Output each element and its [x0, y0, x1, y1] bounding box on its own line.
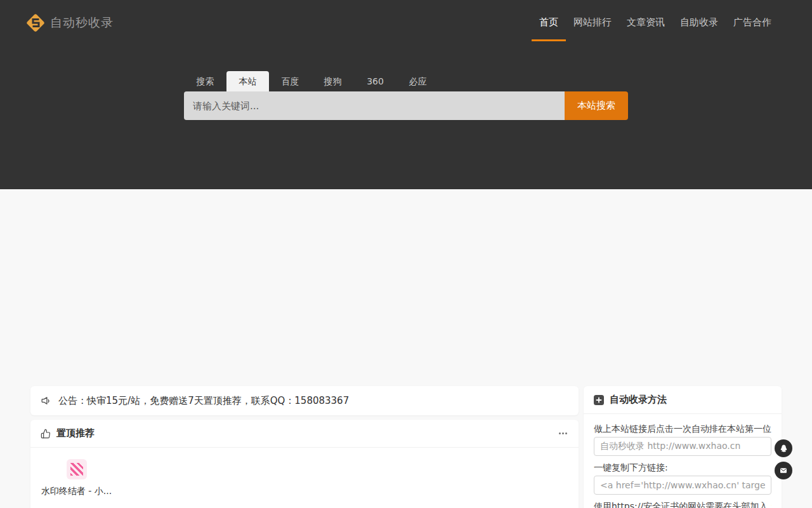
- auto-include-title: 自动收录方法: [610, 394, 667, 406]
- auto-include-instruction-3: 使用https://安全证书的网站需要在头部加入：: [594, 500, 771, 508]
- more-menu-icon[interactable]: [558, 429, 568, 438]
- search-tab-sogou[interactable]: 搜狗: [311, 71, 354, 91]
- plus-square-icon: [594, 395, 604, 405]
- site-link-input[interactable]: [594, 437, 771, 456]
- auto-include-instruction-2: 一键复制下方链接:: [594, 461, 771, 474]
- mail-icon: [778, 465, 789, 476]
- megaphone-icon: [41, 396, 51, 406]
- main-nav: 首页 网站排行 文章资讯 自助收录 广告合作: [532, 0, 779, 46]
- brand-logo-icon: [25, 13, 46, 33]
- nav-item-site-ranking[interactable]: 网站排行: [566, 13, 619, 46]
- search-tab-baidu[interactable]: 百度: [269, 71, 311, 91]
- search-input[interactable]: [184, 91, 565, 120]
- site-item[interactable]: 水印终结者 - 小...: [41, 459, 112, 497]
- site-search-button[interactable]: 本站搜索: [565, 91, 628, 120]
- email-contact-button[interactable]: [775, 462, 792, 479]
- search-engine-tabs: 搜索 本站 百度 搜狗 360 必应: [184, 71, 628, 91]
- announcement-bar: 公告：快审15元/站，免费赠送7天置顶推荐，联系QQ：158083367: [30, 386, 579, 415]
- main-content: 公告：快审15元/站，免费赠送7天置顶推荐，联系QQ：158083367 置顶推…: [30, 386, 782, 508]
- site-favicon-icon: [67, 459, 87, 479]
- top-navbar: 自动秒收录 首页 网站排行 文章资讯 自助收录 广告合作: [0, 0, 812, 46]
- search-tab-this-site[interactable]: 本站: [226, 71, 269, 91]
- nav-item-ad-cooperation[interactable]: 广告合作: [726, 13, 779, 46]
- auto-include-card: 自动收录方法 做上本站链接后点击一次自动排在本站第一位 一键复制下方链接: 使用…: [584, 386, 782, 508]
- auto-include-card-header: 自动收录方法: [584, 386, 782, 414]
- search-tab-360[interactable]: 360: [354, 71, 396, 91]
- search-area: 搜索 本站 百度 搜狗 360 必应 本站搜索: [184, 71, 628, 120]
- hero-header: 自动秒收录 首页 网站排行 文章资讯 自助收录 广告合作 搜索 本站 百度 搜狗…: [0, 0, 812, 189]
- brand-name: 自动秒收录: [50, 15, 114, 31]
- nav-item-articles[interactable]: 文章资讯: [619, 13, 672, 46]
- pinned-card-body: 水印终结者 - 小...: [30, 448, 579, 508]
- brand[interactable]: 自动秒收录: [25, 0, 114, 46]
- auto-include-instruction-1: 做上本站链接后点击一次自动排在本站第一位: [594, 422, 771, 435]
- left-column: 公告：快审15元/站，免费赠送7天置顶推荐，联系QQ：158083367 置顶推…: [30, 386, 579, 508]
- pinned-card-title: 置顶推荐: [56, 427, 95, 439]
- pinned-recommendation-card: 置顶推荐 水印终结者 - 小...: [30, 420, 579, 508]
- copy-link-code-input[interactable]: [594, 476, 771, 495]
- search-tab-bing[interactable]: 必应: [396, 71, 439, 91]
- floating-action-buttons: [775, 439, 792, 479]
- announcement-text: 公告：快审15元/站，免费赠送7天置顶推荐，联系QQ：158083367: [58, 395, 349, 407]
- pinned-card-header: 置顶推荐: [30, 420, 579, 448]
- qq-icon: [778, 443, 789, 454]
- site-name: 水印终结者 - 小...: [41, 486, 112, 497]
- auto-include-body: 做上本站链接后点击一次自动排在本站第一位 一键复制下方链接: 使用https:/…: [584, 414, 782, 508]
- nav-item-self-submit[interactable]: 自助收录: [672, 13, 726, 46]
- search-tabs-label: 搜索: [184, 71, 226, 91]
- thumbs-up-icon: [41, 429, 51, 439]
- right-column: 自动收录方法 做上本站链接后点击一次自动排在本站第一位 一键复制下方链接: 使用…: [584, 386, 782, 508]
- search-bar: 本站搜索: [184, 91, 628, 120]
- qq-contact-button[interactable]: [775, 439, 792, 457]
- nav-item-home[interactable]: 首页: [532, 13, 566, 46]
